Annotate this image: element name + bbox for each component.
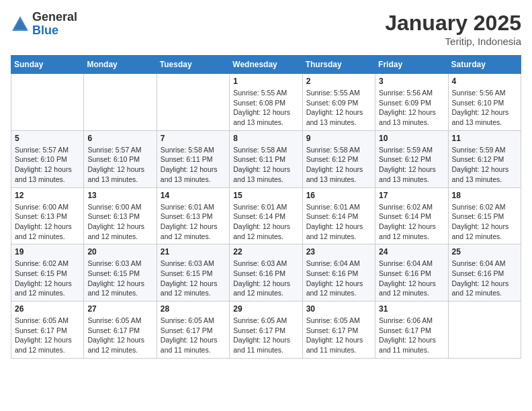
weekday-header: Saturday	[448, 56, 521, 74]
logo-blue: Blue	[32, 24, 58, 37]
day-number: 27	[87, 304, 152, 314]
day-info: Sunrise: 5:55 AM Sunset: 6:09 PM Dayligh…	[306, 88, 371, 128]
calendar-cell: 18Sunrise: 6:02 AM Sunset: 6:15 PM Dayli…	[448, 187, 521, 244]
day-info: Sunrise: 6:05 AM Sunset: 6:17 PM Dayligh…	[15, 316, 80, 355]
calendar-cell: 13Sunrise: 6:00 AM Sunset: 6:13 PM Dayli…	[84, 187, 157, 244]
day-number: 5	[15, 134, 80, 143]
calendar-cell	[11, 74, 84, 131]
day-number: 11	[452, 134, 517, 143]
day-number: 25	[452, 247, 517, 257]
day-info: Sunrise: 5:55 AM Sunset: 6:08 PM Dayligh…	[233, 88, 298, 128]
day-number: 1	[233, 77, 298, 86]
day-info: Sunrise: 6:03 AM Sunset: 6:16 PM Dayligh…	[233, 259, 298, 298]
day-number: 12	[15, 191, 80, 200]
day-number: 23	[306, 247, 371, 257]
calendar-cell: 9Sunrise: 5:58 AM Sunset: 6:12 PM Daylig…	[302, 130, 375, 187]
calendar-week-row: 12Sunrise: 6:00 AM Sunset: 6:13 PM Dayli…	[11, 187, 521, 244]
day-info: Sunrise: 6:03 AM Sunset: 6:15 PM Dayligh…	[87, 259, 152, 298]
location: Teritip, Indonesia	[385, 36, 521, 47]
day-info: Sunrise: 6:00 AM Sunset: 6:13 PM Dayligh…	[15, 202, 80, 242]
calendar-cell: 7Sunrise: 5:58 AM Sunset: 6:11 PM Daylig…	[157, 130, 229, 187]
calendar-week-row: 26Sunrise: 6:05 AM Sunset: 6:17 PM Dayli…	[11, 302, 521, 359]
calendar-week-row: 5Sunrise: 5:57 AM Sunset: 6:10 PM Daylig…	[11, 130, 521, 187]
calendar-cell: 17Sunrise: 6:02 AM Sunset: 6:14 PM Dayli…	[375, 187, 448, 244]
calendar-cell: 19Sunrise: 6:02 AM Sunset: 6:15 PM Dayli…	[11, 244, 84, 302]
calendar-cell: 25Sunrise: 6:04 AM Sunset: 6:16 PM Dayli…	[448, 244, 521, 302]
calendar-cell: 1Sunrise: 5:55 AM Sunset: 6:08 PM Daylig…	[230, 74, 302, 131]
day-number: 9	[306, 134, 371, 143]
calendar-cell: 30Sunrise: 6:05 AM Sunset: 6:17 PM Dayli…	[302, 302, 375, 359]
weekday-header: Friday	[375, 56, 448, 74]
calendar-cell	[157, 74, 229, 131]
weekday-header: Tuesday	[157, 56, 229, 74]
day-number: 29	[233, 304, 298, 314]
day-info: Sunrise: 5:56 AM Sunset: 6:10 PM Dayligh…	[452, 88, 517, 128]
day-info: Sunrise: 6:03 AM Sunset: 6:15 PM Dayligh…	[161, 259, 226, 298]
day-info: Sunrise: 6:05 AM Sunset: 6:17 PM Dayligh…	[233, 316, 298, 355]
day-number: 7	[161, 134, 226, 143]
weekday-header: Monday	[84, 56, 157, 74]
day-info: Sunrise: 5:59 AM Sunset: 6:12 PM Dayligh…	[452, 145, 517, 185]
calendar-cell: 4Sunrise: 5:56 AM Sunset: 6:10 PM Daylig…	[448, 74, 521, 131]
day-number: 24	[379, 247, 444, 257]
calendar-cell: 10Sunrise: 5:59 AM Sunset: 6:12 PM Dayli…	[375, 130, 448, 187]
day-info: Sunrise: 6:04 AM Sunset: 6:16 PM Dayligh…	[379, 259, 444, 298]
day-number: 13	[87, 191, 152, 200]
day-number: 22	[233, 247, 298, 257]
day-info: Sunrise: 5:58 AM Sunset: 6:11 PM Dayligh…	[233, 145, 298, 185]
day-number: 20	[87, 247, 152, 257]
day-info: Sunrise: 6:05 AM Sunset: 6:17 PM Dayligh…	[306, 316, 371, 355]
calendar-week-row: 1Sunrise: 5:55 AM Sunset: 6:08 PM Daylig…	[11, 74, 521, 131]
logo: General Blue	[11, 11, 77, 38]
logo-general: General	[32, 10, 77, 24]
day-number: 28	[161, 304, 226, 314]
day-number: 16	[306, 191, 371, 200]
calendar-cell: 2Sunrise: 5:55 AM Sunset: 6:09 PM Daylig…	[302, 74, 375, 131]
calendar-cell: 27Sunrise: 6:05 AM Sunset: 6:17 PM Dayli…	[84, 302, 157, 359]
calendar-cell: 28Sunrise: 6:05 AM Sunset: 6:17 PM Dayli…	[157, 302, 229, 359]
calendar-cell: 24Sunrise: 6:04 AM Sunset: 6:16 PM Dayli…	[375, 244, 448, 302]
day-number: 3	[379, 77, 444, 86]
day-info: Sunrise: 5:56 AM Sunset: 6:09 PM Dayligh…	[379, 88, 444, 128]
day-number: 6	[87, 134, 152, 143]
weekday-header: Sunday	[11, 56, 84, 74]
title-block: January 2025 Teritip, Indonesia	[385, 11, 521, 47]
day-number: 31	[379, 304, 444, 314]
calendar: SundayMondayTuesdayWednesdayThursdayFrid…	[11, 55, 521, 359]
calendar-cell: 6Sunrise: 5:57 AM Sunset: 6:10 PM Daylig…	[84, 130, 157, 187]
day-info: Sunrise: 6:00 AM Sunset: 6:13 PM Dayligh…	[87, 202, 152, 242]
day-info: Sunrise: 5:59 AM Sunset: 6:12 PM Dayligh…	[379, 145, 444, 185]
day-number: 17	[379, 191, 444, 200]
day-number: 19	[15, 247, 80, 257]
day-info: Sunrise: 6:01 AM Sunset: 6:13 PM Dayligh…	[161, 202, 226, 242]
day-info: Sunrise: 6:02 AM Sunset: 6:14 PM Dayligh…	[379, 202, 444, 242]
day-number: 10	[379, 134, 444, 143]
calendar-cell: 8Sunrise: 5:58 AM Sunset: 6:11 PM Daylig…	[230, 130, 302, 187]
day-info: Sunrise: 5:57 AM Sunset: 6:10 PM Dayligh…	[87, 145, 152, 185]
calendar-cell: 11Sunrise: 5:59 AM Sunset: 6:12 PM Dayli…	[448, 130, 521, 187]
weekday-header: Wednesday	[230, 56, 302, 74]
page-header: General Blue January 2025 Teritip, Indon…	[11, 11, 521, 47]
calendar-cell	[448, 302, 521, 359]
calendar-week-row: 19Sunrise: 6:02 AM Sunset: 6:15 PM Dayli…	[11, 244, 521, 302]
day-info: Sunrise: 5:57 AM Sunset: 6:10 PM Dayligh…	[15, 145, 80, 185]
day-number: 15	[233, 191, 298, 200]
calendar-cell: 22Sunrise: 6:03 AM Sunset: 6:16 PM Dayli…	[230, 244, 302, 302]
calendar-cell: 21Sunrise: 6:03 AM Sunset: 6:15 PM Dayli…	[157, 244, 229, 302]
month-title: January 2025	[385, 11, 521, 36]
day-number: 18	[452, 191, 517, 200]
calendar-cell: 12Sunrise: 6:00 AM Sunset: 6:13 PM Dayli…	[11, 187, 84, 244]
calendar-cell: 15Sunrise: 6:01 AM Sunset: 6:14 PM Dayli…	[230, 187, 302, 244]
calendar-cell: 29Sunrise: 6:05 AM Sunset: 6:17 PM Dayli…	[230, 302, 302, 359]
day-info: Sunrise: 6:04 AM Sunset: 6:16 PM Dayligh…	[452, 259, 517, 298]
day-info: Sunrise: 6:06 AM Sunset: 6:17 PM Dayligh…	[379, 316, 444, 355]
calendar-cell: 26Sunrise: 6:05 AM Sunset: 6:17 PM Dayli…	[11, 302, 84, 359]
calendar-cell: 3Sunrise: 5:56 AM Sunset: 6:09 PM Daylig…	[375, 74, 448, 131]
day-info: Sunrise: 5:58 AM Sunset: 6:12 PM Dayligh…	[306, 145, 371, 185]
day-number: 30	[306, 304, 371, 314]
logo-text: General Blue	[32, 11, 77, 38]
day-number: 2	[306, 77, 371, 86]
calendar-cell	[84, 74, 157, 131]
day-number: 14	[161, 191, 226, 200]
calendar-cell: 16Sunrise: 6:01 AM Sunset: 6:14 PM Dayli…	[302, 187, 375, 244]
